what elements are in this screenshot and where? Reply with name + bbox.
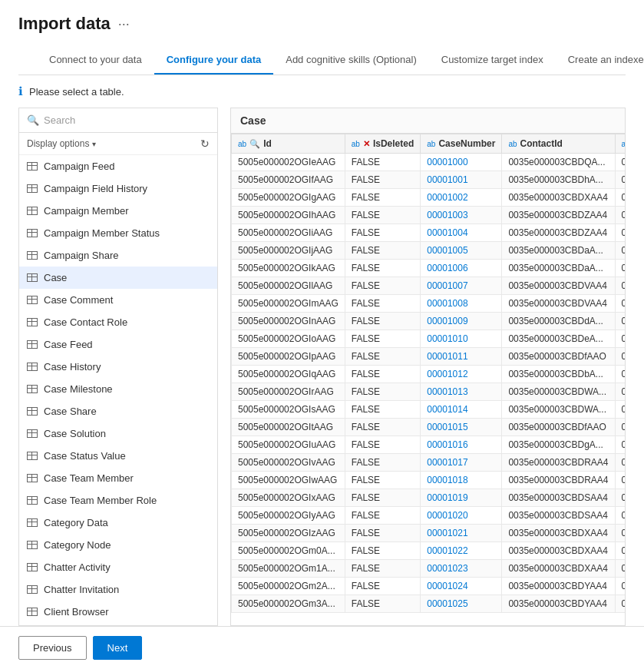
next-button[interactable]: Next	[93, 636, 143, 660]
case-number-link[interactable]: 00001004	[427, 227, 467, 238]
cell-contact_id: 0035e000003CBDVAA4	[502, 277, 615, 295]
table-row[interactable]: 5005e000002OGIrAAGFALSE000010130035e0000…	[232, 383, 626, 401]
table-row[interactable]: 5005e000002OGm1A...FALSE000010230035e000…	[232, 560, 626, 578]
list-item-case-team-member-role[interactable]: Case Team Member Role	[19, 489, 217, 512]
table-row[interactable]: 5005e000002OGIzAAGFALSE000010210035e0000…	[232, 525, 626, 542]
header-ellipsis[interactable]: ···	[118, 16, 130, 32]
list-item-case-team-member[interactable]: Case Team Member	[19, 467, 217, 489]
cell-account_id: 0015e000004uFMTAA2	[615, 366, 625, 383]
list-item-category-data[interactable]: Category Data	[19, 512, 217, 534]
case-number-link[interactable]: 00001006	[427, 263, 467, 273]
case-number-link[interactable]: 00001011	[427, 351, 467, 362]
delete-col-icon[interactable]: ✕	[363, 139, 370, 149]
case-number-link[interactable]: 00001025	[427, 598, 467, 609]
table-row[interactable]: 5005e000002OGIfAAGFALSE000010010035e0000…	[232, 171, 626, 189]
table-row[interactable]: 5005e000002OGIhAAGFALSE000010030035e0000…	[232, 207, 626, 224]
table-row[interactable]: 5005e000002OGIpAAGFALSE000010110035e0000…	[232, 348, 626, 366]
data-table-container[interactable]: ab🔍Idab✕IsDeletedabCaseNumberabContactId…	[231, 134, 625, 625]
nav-tab-configure[interactable]: Configure your data	[154, 46, 274, 75]
table-row[interactable]: 5005e000002OGIsAAGFALSE000010140035e0000…	[232, 401, 626, 419]
list-item-campaign-member-status[interactable]: Campaign Member Status	[19, 222, 217, 244]
case-number-link[interactable]: 00001013	[427, 386, 467, 397]
cell-id: 5005e000002OGIuAAG	[232, 436, 345, 454]
nav-tab-cognitive[interactable]: Add cognitive skills (Optional)	[273, 46, 429, 75]
list-item-campaign-feed[interactable]: Campaign Feed	[19, 155, 217, 177]
list-item-chatter-activity[interactable]: Chatter Activity	[19, 556, 217, 578]
case-number-link[interactable]: 00001022	[427, 545, 467, 556]
table-row[interactable]: 5005e000002OGIeAAGFALSE000010000035e0000…	[232, 154, 626, 171]
search-col-icon[interactable]: 🔍	[249, 139, 260, 149]
list-item-case-solution[interactable]: Case Solution	[19, 422, 217, 445]
refresh-icon[interactable]: ↻	[200, 137, 210, 150]
table-row[interactable]: 5005e000002OGIvAAGFALSE000010170035e0000…	[232, 454, 626, 472]
case-number-link[interactable]: 00001000	[427, 157, 467, 167]
case-number-link[interactable]: 00001019	[427, 492, 467, 503]
table-row[interactable]: 5005e000002OGm2A...FALSE000010240035e000…	[232, 578, 626, 595]
case-number-link[interactable]: 00001023	[427, 563, 467, 574]
table-row[interactable]: 5005e000002OGIkAAGFALSE000010060035e0000…	[232, 260, 626, 277]
chevron-down-icon: ▾	[92, 140, 96, 148]
case-number-link[interactable]: 00001001	[427, 174, 467, 185]
case-number-link[interactable]: 00001009	[427, 316, 467, 326]
case-number-link[interactable]: 00001015	[427, 422, 467, 432]
list-item-chatter-invitation[interactable]: Chatter Invitation	[19, 578, 217, 601]
table-row[interactable]: 5005e000002OGImAAGFALSE000010080035e0000…	[232, 295, 626, 313]
cell-id: 5005e000002OGIoAAG	[232, 330, 345, 348]
list-item-campaign-field-history[interactable]: Campaign Field History	[19, 177, 217, 200]
case-number-link[interactable]: 00001016	[427, 439, 467, 450]
list-item-case-share[interactable]: Case Share	[19, 400, 217, 422]
table-row[interactable]: 5005e000002OGIuAAGFALSE000010160035e0000…	[232, 436, 626, 454]
cell-is_deleted: FALSE	[345, 189, 420, 207]
case-number-link[interactable]: 00001007	[427, 280, 467, 291]
cell-is_deleted: FALSE	[345, 578, 420, 595]
list-item-case-status-value[interactable]: Case Status Value	[19, 445, 217, 467]
case-number-link[interactable]: 00001002	[427, 192, 467, 203]
nav-tab-indexer[interactable]: Create an indexer	[556, 46, 644, 75]
nav-tab-customize[interactable]: Customize target index	[429, 46, 556, 75]
table-row[interactable]: 5005e000002OGm0A...FALSE000010220035e000…	[232, 542, 626, 560]
table-row[interactable]: 5005e000002OGIgAAGFALSE000010020035e0000…	[232, 189, 626, 207]
list-item-campaign-share[interactable]: Campaign Share	[19, 244, 217, 267]
search-box: 🔍	[19, 108, 217, 133]
table-row[interactable]: 5005e000002OGIwAAGFALSE000010180035e0000…	[232, 472, 626, 489]
case-number-link[interactable]: 00001020	[427, 510, 467, 521]
table-row[interactable]: 5005e000002OGIxAAGFALSE000010190035e0000…	[232, 489, 626, 507]
display-options-button[interactable]: Display options ▾	[27, 138, 96, 149]
table-row[interactable]: 5005e000002OGIjAAGFALSE000010050035e0000…	[232, 242, 626, 260]
list-item-campaign-member[interactable]: Campaign Member	[19, 200, 217, 222]
case-number-link[interactable]: 00001014	[427, 404, 467, 415]
nav-tab-connect[interactable]: Connect to your data	[37, 46, 154, 75]
case-number-link[interactable]: 00001010	[427, 333, 467, 344]
table-icon	[27, 251, 38, 260]
cell-is_deleted: FALSE	[345, 507, 420, 525]
list-item-client-browser[interactable]: Client Browser	[19, 601, 217, 623]
case-number-link[interactable]: 00001012	[427, 369, 467, 379]
case-number-link[interactable]: 00001003	[427, 210, 467, 220]
case-number-link[interactable]: 00001024	[427, 581, 467, 591]
table-row[interactable]: 5005e000002OGIqAAGFALSE000010120035e0000…	[232, 366, 626, 383]
case-number-link[interactable]: 00001021	[427, 528, 467, 538]
list-item-category-node[interactable]: Category Node	[19, 534, 217, 556]
list-item-case-contact-role[interactable]: Case Contact Role	[19, 311, 217, 333]
table-row[interactable]: 5005e000002OGItAAGFALSE000010150035e0000…	[232, 419, 626, 436]
table-row[interactable]: 5005e000002OGIiAAGFALSE000010040035e0000…	[232, 224, 626, 242]
list-item-label: Category Node	[44, 539, 111, 551]
table-row[interactable]: 5005e000002OGInAAGFALSE000010090035e0000…	[232, 313, 626, 330]
list-item-conference-number[interactable]: Conference Number	[19, 623, 217, 625]
list-item-case-milestone[interactable]: Case Milestone	[19, 378, 217, 400]
case-number-link[interactable]: 00001017	[427, 457, 467, 468]
cell-case_number: 00001023	[421, 560, 502, 578]
table-row[interactable]: 5005e000002OGIlAAGFALSE000010070035e0000…	[232, 277, 626, 295]
search-input[interactable]	[44, 114, 210, 126]
case-number-link[interactable]: 00001018	[427, 475, 467, 485]
list-item-case-comment[interactable]: Case Comment	[19, 289, 217, 311]
table-row[interactable]: 5005e000002OGIoAAGFALSE000010100035e0000…	[232, 330, 626, 348]
previous-button[interactable]: Previous	[18, 636, 87, 660]
list-item-case-feed[interactable]: Case Feed	[19, 333, 217, 356]
list-item-case[interactable]: Case	[19, 267, 217, 289]
case-number-link[interactable]: 00001005	[427, 245, 467, 256]
case-number-link[interactable]: 00001008	[427, 298, 467, 309]
list-item-case-history[interactable]: Case History	[19, 356, 217, 378]
table-row[interactable]: 5005e000002OGm3A...FALSE000010250035e000…	[232, 595, 626, 613]
table-row[interactable]: 5005e000002OGIyAAGFALSE000010200035e0000…	[232, 507, 626, 525]
